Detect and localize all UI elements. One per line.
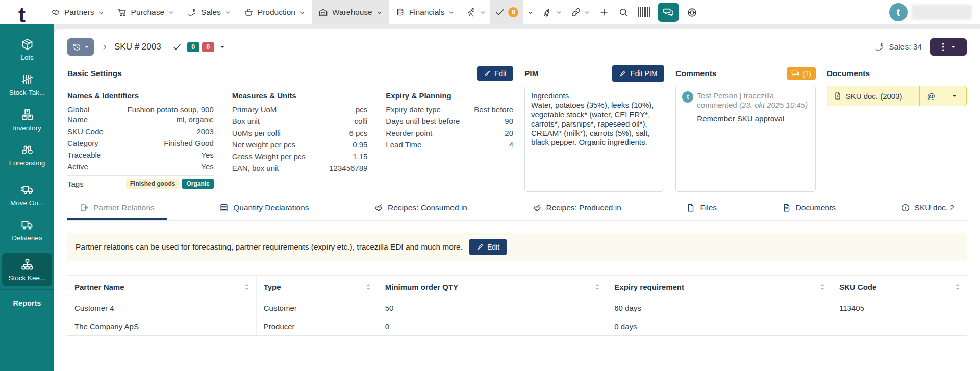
file-icon: [686, 203, 695, 212]
sidebar-section-reports[interactable]: Reports: [0, 292, 54, 314]
cell-expiry-requirement: 0 days: [607, 317, 832, 336]
lifebuoy-icon: [687, 7, 697, 18]
warehouse-icon: [318, 8, 328, 17]
tab-documents[interactable]: Documents: [770, 197, 848, 220]
history-icon: [72, 43, 81, 52]
nav-chat-button[interactable]: [658, 3, 679, 22]
sidebar-item-stock-taking[interactable]: Stock-Tak...: [2, 68, 52, 101]
user-avatar[interactable]: t: [889, 3, 908, 21]
tab-recipes-consumed-in[interactable]: Recipes: Consumed in: [362, 197, 480, 220]
mortar-pestle-icon: [374, 203, 383, 212]
nav-partners[interactable]: Partners: [44, 0, 111, 24]
sku-doc-dropdown-button[interactable]: [943, 86, 966, 106]
nav-activities-button[interactable]: [462, 0, 490, 24]
truck-icon: [20, 218, 34, 232]
table-row[interactable]: Customer 4 Customer 50 60 days 113405: [67, 299, 967, 317]
edit-pim-button[interactable]: Edit PIM: [612, 65, 664, 82]
tab-sku-doc-2[interactable]: SKU doc. 2: [889, 197, 967, 220]
column-header-minimum-order-qty[interactable]: Minimum order QTY: [378, 276, 607, 299]
content-card: SKU # 2003 0 0 Sales: 34: [54, 29, 980, 371]
tab-partner-relations[interactable]: Partner Relations: [67, 197, 167, 220]
edit-partner-relations-button[interactable]: Edit: [469, 239, 507, 255]
nav-financials[interactable]: Financials: [389, 0, 461, 24]
column-header-sku-code[interactable]: SKU Code: [832, 276, 967, 299]
sidebar-item-stock-keeping[interactable]: Stock Kee...: [2, 253, 52, 286]
sidebar-item-label: Stock-Tak...: [9, 89, 45, 96]
sidebar-item-move-goods[interactable]: Move Go...: [2, 178, 52, 211]
sidebar-item-deliveries[interactable]: Deliveries: [2, 213, 52, 246]
column-header-expiry-requirement[interactable]: Expiry requirement: [607, 276, 832, 299]
nav-tasks-button[interactable]: 8: [490, 0, 523, 24]
nav-add-button[interactable]: [594, 0, 614, 24]
field-label: EAN, box unit: [232, 163, 279, 174]
field-label: Net weight per pcs: [232, 140, 295, 150]
comment-body: Remember SKU approval: [697, 114, 809, 123]
nav-purchase[interactable]: Purchase: [111, 0, 181, 24]
pim-title: PIM: [524, 69, 539, 78]
nav-production[interactable]: Production: [237, 0, 312, 24]
expiry-planning-column: Expiry & Planning Expiry date typeBest b…: [386, 91, 513, 189]
pim-ingredients-heading: Ingredients: [531, 91, 658, 101]
caret-down-icon: [85, 46, 89, 50]
cell-sku-code: [832, 317, 967, 336]
sales-count-link[interactable]: Sales: 34: [875, 42, 922, 52]
doc-export-icon: [80, 203, 89, 212]
nav-rocket-button[interactable]: [538, 0, 566, 24]
sort-icon[interactable]: [820, 282, 824, 292]
user-name-redacted[interactable]: [912, 5, 972, 20]
nav-sales[interactable]: Sales: [181, 0, 237, 24]
column-header-partner-name[interactable]: Partner Name: [67, 276, 256, 299]
field-value: 4: [509, 140, 513, 150]
nav-barcode-button[interactable]: [633, 0, 655, 24]
navbar-icon-group: 8: [462, 0, 702, 24]
binoculars-icon: [20, 143, 34, 157]
tag-organic[interactable]: Organic: [182, 179, 213, 189]
sort-icon[interactable]: [956, 282, 960, 292]
sku-doc-button[interactable]: SKU doc. (2003): [827, 86, 919, 106]
history-button[interactable]: [67, 38, 94, 56]
sidebar-item-forecasting[interactable]: Forecasting: [2, 138, 52, 171]
document-icon: [782, 203, 791, 212]
column-header-type[interactable]: Type: [256, 276, 378, 299]
field-label: Lead Time: [386, 140, 421, 150]
nav-search-button[interactable]: [614, 0, 633, 24]
sidebar: Lots Stock-Tak... Inventory Forecasting …: [0, 24, 54, 371]
field-value: Yes: [201, 162, 213, 172]
nav-support-button[interactable]: [682, 0, 702, 24]
nav-label: Production: [258, 8, 295, 17]
sidebar-item-lots[interactable]: Lots: [2, 33, 52, 66]
names-identifiers-column: Names & Identifiers Global NameFushion p…: [67, 91, 214, 189]
nav-tasks-dropdown[interactable]: [523, 0, 538, 24]
status-dropdown-caret[interactable]: [220, 46, 224, 50]
more-actions-button[interactable]: [930, 38, 967, 56]
tracezilla-logo[interactable]: t: [0, 0, 44, 24]
caret-down-icon: [952, 95, 957, 99]
sidebar-item-inventory[interactable]: Inventory: [2, 103, 52, 136]
cell-sku-code: 113405: [832, 299, 967, 317]
tab-recipes-produced-in[interactable]: Recipes: Produced in: [520, 197, 634, 220]
tag-finished-goods[interactable]: Finished goods: [126, 179, 180, 189]
field-label: Global Name: [67, 105, 108, 125]
field-value: Yes: [201, 150, 213, 160]
cart-icon: [117, 8, 127, 17]
chevron-down-icon: [448, 10, 454, 15]
field-label: Active: [67, 162, 88, 172]
sort-icon[interactable]: [245, 282, 249, 292]
sort-icon[interactable]: [366, 282, 370, 292]
rocket-icon: [542, 7, 553, 18]
field-label: Tags: [67, 180, 84, 188]
info-circle-icon: [901, 203, 910, 212]
nav-warehouse[interactable]: Warehouse: [312, 0, 389, 24]
edit-basic-settings-button[interactable]: Edit: [477, 66, 513, 81]
tasks-count-badge: 8: [508, 7, 518, 17]
nav-links-button[interactable]: [566, 0, 594, 24]
chevron-down-icon: [527, 10, 533, 15]
sku-doc-mention-button[interactable]: @: [919, 86, 943, 106]
tab-files[interactable]: Files: [674, 197, 729, 220]
field-label: Reorder point: [386, 128, 432, 138]
sort-icon[interactable]: [595, 282, 599, 292]
comments-count-button[interactable]: (1): [787, 67, 816, 80]
table-row[interactable]: The Company ApS Producer 0 0 days: [67, 317, 967, 336]
field-value: 90: [505, 116, 513, 127]
tab-quantity-declarations[interactable]: Quantity Declarations: [207, 197, 321, 220]
